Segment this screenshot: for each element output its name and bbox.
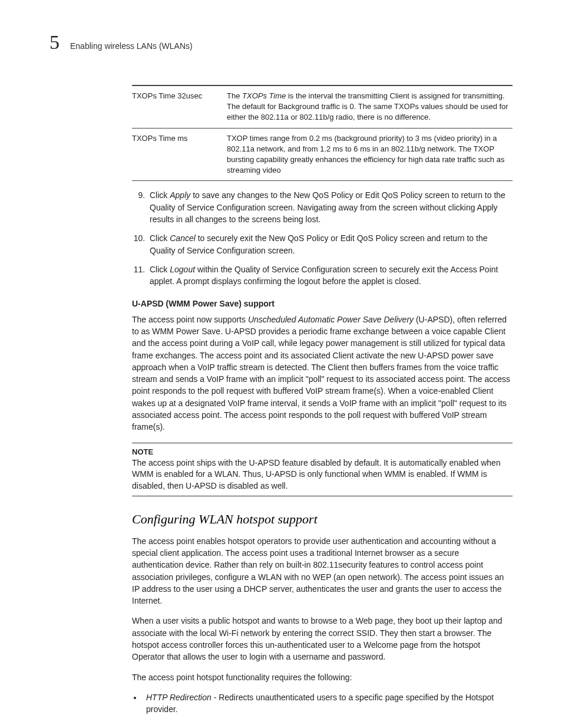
term-cell: TXOPs Time 32usec: [132, 85, 227, 128]
def-cell: TXOP times range from 0.2 ms (background…: [227, 128, 513, 181]
def-cell: The TXOPs Time is the interval the trans…: [227, 85, 513, 128]
bullet-list: HTTP Redirection - Redirects unauthentic…: [132, 691, 513, 716]
chapter-title: Enabling wireless LANs (WLANs): [70, 41, 193, 51]
body-text: The access point now supports Unschedule…: [132, 314, 513, 433]
subsection-heading: U-APSD (WMM Power Save) support: [132, 298, 513, 309]
definition-table: TXOPs Time 32usec The TXOPs Time is the …: [132, 85, 513, 181]
numbered-steps: Click Apply to save any changes to the N…: [132, 189, 513, 287]
note-label: NOTE: [132, 447, 513, 457]
running-header: 5 Enabling wireless LANs (WLANs): [49, 32, 513, 52]
table-row: TXOPs Time ms TXOP times range from 0.2 …: [132, 128, 513, 181]
list-item: Click Logout within the Quality of Servi…: [147, 263, 513, 288]
body-text: The access point enables hotspot operato…: [132, 535, 513, 607]
table-row: TXOPs Time 32usec The TXOPs Time is the …: [132, 85, 513, 128]
section-heading: Configuring WLAN hotspot support: [132, 512, 513, 527]
body-text: When a user visits a public hotspot and …: [132, 615, 513, 663]
note-body: The access point ships with the U-APSD f…: [132, 457, 513, 492]
body-text: The access point hotspot functionality r…: [132, 671, 513, 683]
list-item: Click Apply to save any changes to the N…: [147, 189, 513, 225]
term-cell: TXOPs Time ms: [132, 128, 227, 181]
list-item: HTTP Redirection - Redirects unauthentic…: [143, 691, 513, 716]
list-item: Click Cancel to securely exit the New Qo…: [147, 232, 513, 256]
chapter-number: 5: [49, 32, 59, 52]
note-block: NOTE The access point ships with the U-A…: [132, 443, 513, 496]
